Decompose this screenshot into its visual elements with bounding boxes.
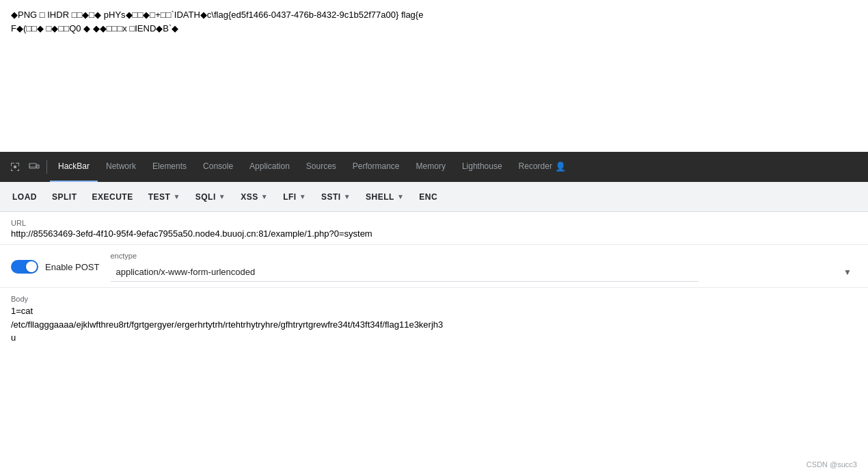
post-section: Enable POST enctype application/x-www-fo… <box>0 245 868 288</box>
tab-hackbar[interactable]: HackBar <box>50 152 98 182</box>
enctype-chevron-icon: ▼ <box>843 267 852 277</box>
toggle-thumb <box>26 261 37 272</box>
tab-sources[interactable]: Sources <box>298 152 344 182</box>
png-content-line1: ◆PNG □ IHDR □□◆□◆ pHYs◆□□◆□+□□`IDATH◆c\f… <box>11 10 423 20</box>
inspect-icon[interactable] <box>5 157 25 176</box>
body-section: Body 1=cat /etc/fllagggaaaa/ejklwfthreu8… <box>0 288 868 350</box>
ssti-dropdown[interactable]: SSTI ▼ <box>314 188 357 206</box>
tab-network[interactable]: Network <box>98 152 144 182</box>
test-chevron-icon: ▼ <box>173 193 180 200</box>
enc-dropdown[interactable]: ENC <box>412 188 444 206</box>
xss-dropdown[interactable]: XSS ▼ <box>234 188 275 206</box>
devtools-panel: HackBar Network Elements Console Applica… <box>0 152 868 474</box>
enctype-label: enctype <box>111 252 858 260</box>
png-content-line2: F◆(□□◆ □◆□□Q0 ◆ ◆◆□□□x □IEND◆B`◆ <box>11 23 178 34</box>
enable-post-container: Enable POST <box>11 260 100 274</box>
tab-recorder[interactable]: Recorder 👤 <box>511 152 574 182</box>
enctype-select[interactable]: application/x-www-form-urlencoded multip… <box>111 263 699 282</box>
enable-post-label: Enable POST <box>45 262 100 272</box>
test-dropdown[interactable]: TEST ▼ <box>141 188 187 206</box>
tab-console[interactable]: Console <box>195 152 241 182</box>
csdn-watermark: CSDN @succ3 <box>806 460 857 469</box>
execute-button[interactable]: EXECUTE <box>85 188 140 206</box>
recorder-icon: 👤 <box>555 161 566 172</box>
tab-memory[interactable]: Memory <box>408 152 454 182</box>
split-button[interactable]: SPLIT <box>45 188 84 206</box>
tab-lighthouse[interactable]: Lighthouse <box>454 152 511 182</box>
shell-chevron-icon: ▼ <box>397 193 404 200</box>
url-value[interactable]: http://85563469-3efd-4f10-95f4-9efac7955… <box>11 228 857 239</box>
hackbar-toolbar: LOAD SPLIT EXECUTE TEST ▼ SQLI ▼ XSS ▼ L… <box>0 182 868 212</box>
lfi-chevron-icon: ▼ <box>299 193 306 200</box>
tab-elements[interactable]: Elements <box>144 152 195 182</box>
body-label: Body <box>11 295 857 303</box>
sqli-dropdown[interactable]: SQLI ▼ <box>189 188 232 206</box>
sqli-chevron-icon: ▼ <box>219 193 226 200</box>
xss-chevron-icon: ▼ <box>261 193 268 200</box>
shell-dropdown[interactable]: SHELL ▼ <box>359 188 411 206</box>
hackbar-content: URL http://85563469-3efd-4f10-95f4-9efac… <box>0 212 868 474</box>
enable-post-toggle[interactable] <box>11 260 38 274</box>
svg-rect-2 <box>37 165 39 168</box>
browser-content: ◆PNG □ IHDR □□◆□◆ pHYs◆□□◆□+□□`IDATH◆c\f… <box>0 0 868 152</box>
devtools-tabbar: HackBar Network Elements Console Applica… <box>0 152 868 182</box>
ssti-chevron-icon: ▼ <box>344 193 351 200</box>
svg-rect-1 <box>29 163 36 168</box>
tab-performance[interactable]: Performance <box>344 152 408 182</box>
svg-rect-0 <box>14 166 16 168</box>
tab-separator <box>46 160 47 174</box>
url-section: URL http://85563469-3efd-4f10-95f4-9efac… <box>0 212 868 245</box>
tab-application[interactable]: Application <box>241 152 298 182</box>
body-value[interactable]: 1=cat /etc/fllagggaaaa/ejklwfthreu8rt/fg… <box>11 304 857 345</box>
enctype-section: enctype application/x-www-form-urlencode… <box>111 252 858 282</box>
lfi-dropdown[interactable]: LFI ▼ <box>276 188 313 206</box>
device-icon[interactable] <box>25 157 44 176</box>
enctype-select-wrapper: application/x-www-form-urlencoded multip… <box>111 263 858 282</box>
url-label: URL <box>11 219 857 227</box>
load-button[interactable]: LOAD <box>5 188 44 206</box>
